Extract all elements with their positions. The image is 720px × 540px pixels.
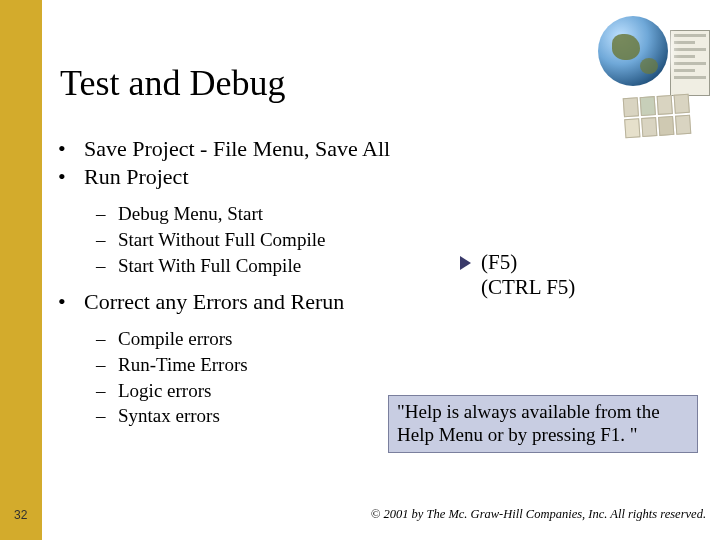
sub-bullet-group: – Debug Menu, Start – Start Without Full… — [52, 201, 692, 278]
slide: Test and Debug • Save Project - File Men… — [0, 0, 720, 540]
dash-icon: – — [96, 352, 118, 378]
shortcut-text: (F5) — [481, 250, 517, 275]
dash-icon: – — [96, 326, 118, 352]
bullet-level2: – Start With Full Compile — [52, 253, 692, 279]
shortcut-text: (CTRL F5) — [481, 275, 575, 300]
bullet-level2: – Debug Menu, Start — [52, 201, 692, 227]
corner-art — [580, 6, 710, 136]
page-number: 32 — [14, 508, 27, 522]
bullet-text: Start Without Full Compile — [118, 227, 692, 253]
mosaic-graphic — [623, 94, 692, 139]
shortcut-callout: (F5) (CTRL F5) — [460, 250, 575, 300]
bullet-level1: • Correct any Errors and Rerun — [52, 288, 692, 316]
help-callout: "Help is always available from the Help … — [388, 395, 698, 453]
bullet-dot-icon: • — [52, 135, 84, 163]
bullet-dot-icon: • — [52, 163, 84, 191]
bullet-text: Start With Full Compile — [118, 253, 692, 279]
bullet-text: Correct any Errors and Rerun — [84, 288, 692, 316]
left-sidebar-accent — [0, 0, 42, 540]
copyright-footer: © 2001 by The Mc. Graw-Hill Companies, I… — [371, 507, 706, 522]
bullet-text: Compile errors — [118, 326, 692, 352]
mini-window-graphic — [670, 30, 710, 96]
bullet-text: Run-Time Errors — [118, 352, 692, 378]
bullet-level2: – Compile errors — [52, 326, 692, 352]
slide-body: • Save Project - File Menu, Save All • R… — [52, 135, 692, 439]
dash-icon: – — [96, 227, 118, 253]
bullet-text: Debug Menu, Start — [118, 201, 692, 227]
bullet-level1: • Run Project — [52, 163, 692, 191]
bullet-level2: – Start Without Full Compile — [52, 227, 692, 253]
dash-icon: – — [96, 253, 118, 279]
bullet-level1: • Save Project - File Menu, Save All — [52, 135, 692, 163]
arrow-right-icon — [460, 256, 471, 270]
bullet-text: Save Project - File Menu, Save All — [84, 135, 692, 163]
bullet-dot-icon: • — [52, 288, 84, 316]
dash-icon: – — [96, 378, 118, 404]
callout-text: "Help is always available from the Help … — [397, 401, 660, 445]
bullet-text: Run Project — [84, 163, 692, 191]
globe-icon — [598, 16, 668, 86]
dash-icon: – — [96, 201, 118, 227]
slide-title: Test and Debug — [60, 62, 285, 104]
dash-icon: – — [96, 403, 118, 429]
bullet-level2: – Run-Time Errors — [52, 352, 692, 378]
